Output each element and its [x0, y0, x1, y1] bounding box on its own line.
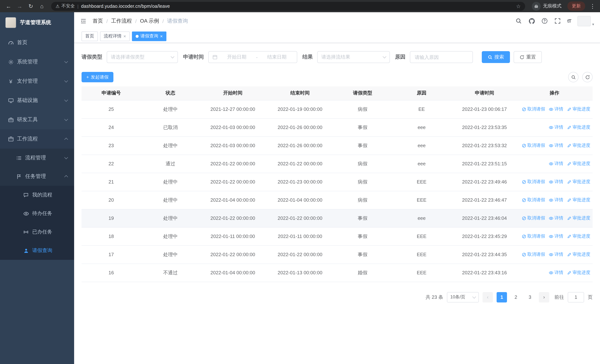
cell-apply-time: 2022-01-22 23:45:29	[452, 227, 516, 245]
sidebar-item-devtools[interactable]: 研发工具	[0, 110, 74, 129]
leave-type-select[interactable]: 请选择请假类型	[107, 51, 178, 63]
sidebar-item-done-tasks[interactable]: 已办任务	[0, 223, 74, 241]
tab-home[interactable]: 首页	[82, 31, 98, 41]
browser-forward-button[interactable]: →	[15, 1, 24, 11]
row-action-cancel[interactable]: 取消请假	[522, 179, 545, 185]
page-button-3[interactable]: 3	[525, 292, 535, 302]
row-action-detail[interactable]: 详情	[549, 106, 563, 112]
table-row[interactable]: 18 处理中 2022-01-11 00:00:00 2022-01-11 00…	[82, 227, 593, 245]
sidebar-item-task-management[interactable]: 任务管理	[0, 167, 74, 186]
row-action-progress[interactable]: 审批进度	[567, 233, 590, 239]
row-action-cancel[interactable]: 取消请假	[522, 233, 545, 239]
table-row[interactable]: 22 通过 2022-01-22 00:00:00 2022-01-22 00:…	[82, 155, 593, 173]
user-menu[interactable]: ▾	[577, 16, 594, 26]
action-label: 审批进度	[572, 251, 590, 258]
sidebar-item-process-management[interactable]: 流程管理	[0, 149, 74, 167]
cell-reason: eee	[391, 136, 453, 155]
row-action-detail[interactable]: 详情	[549, 179, 563, 185]
page-size-select[interactable]: 10条/页	[447, 292, 479, 302]
table-row[interactable]: 24 已取消 2022-01-03 00:00:00 2022-01-26 00…	[82, 118, 593, 136]
row-action-cancel[interactable]: 取消请假	[522, 251, 545, 258]
row-action-progress[interactable]: 审批进度	[567, 270, 590, 276]
sidebar-item-todo-tasks[interactable]: 待办任务	[0, 204, 74, 223]
search-button[interactable]: 搜索	[482, 51, 510, 63]
fullscreen-icon[interactable]	[554, 18, 561, 24]
create-leave-button[interactable]: + 发起请假	[82, 72, 113, 82]
cell-actions: 取消请假详情审批进度	[516, 227, 593, 245]
date-range-separator: -	[256, 54, 258, 60]
row-action-cancel[interactable]: 取消请假	[522, 215, 545, 221]
row-action-cancel[interactable]: 取消请假	[522, 197, 545, 203]
toggle-search-button[interactable]	[568, 72, 579, 82]
table-row[interactable]: 21 处理中 2022-01-22 00:00:00 2022-01-23 00…	[82, 173, 593, 191]
sidebar-item-system[interactable]: 系统管理	[0, 52, 74, 72]
reason-input[interactable]	[414, 54, 469, 60]
bookmark-star-icon[interactable]: ☆	[516, 3, 521, 9]
reset-button[interactable]: 重置	[514, 51, 542, 63]
sidebar-item-home[interactable]: 首页	[0, 33, 74, 52]
browser-reload-button[interactable]: ↻	[26, 1, 36, 11]
apply-time-label: 申请时间	[183, 54, 204, 60]
row-action-cancel[interactable]: 取消请假	[522, 106, 545, 112]
browser-update-button[interactable]: 更新	[567, 1, 585, 11]
browser-menu-icon[interactable]: ⋮	[589, 3, 596, 9]
browser-back-button[interactable]: ←	[4, 1, 13, 11]
row-action-detail[interactable]: 详情	[549, 251, 563, 258]
refresh-table-button[interactable]	[582, 72, 593, 82]
breadcrumb-home[interactable]: 首页	[93, 18, 103, 24]
table-row[interactable]: 17 处理中 2022-01-22 00:00:00 2022-01-22 00…	[82, 245, 593, 263]
tab-leave-query[interactable]: 请假查询 ×	[132, 31, 166, 41]
result-select[interactable]: 请选择流结果	[317, 51, 390, 63]
row-action-progress[interactable]: 审批进度	[567, 215, 590, 221]
row-action-detail[interactable]: 详情	[549, 142, 563, 149]
row-action-progress[interactable]: 审批进度	[567, 142, 590, 149]
table-row[interactable]: 20 处理中 2022-01-04 00:00:00 2022-01-04 00…	[82, 191, 593, 209]
help-icon[interactable]	[541, 18, 548, 24]
table-row[interactable]: 19 处理中 2022-01-22 00:00:00 2022-01-22 00…	[82, 209, 593, 227]
sidebar-item-my-process[interactable]: 我的流程	[0, 186, 74, 204]
page-button-1[interactable]: 1	[497, 292, 507, 302]
sidebar-item-leave-query[interactable]: 请假查询	[0, 241, 74, 260]
row-action-detail[interactable]: 详情	[549, 197, 563, 203]
row-action-progress[interactable]: 审批进度	[567, 197, 590, 203]
sidebar-item-label: 工作流程	[17, 136, 38, 142]
row-action-progress[interactable]: 审批进度	[567, 251, 590, 258]
sidebar-item-payment[interactable]: ¥ 支付管理	[0, 72, 74, 91]
row-action-detail[interactable]: 详情	[549, 160, 563, 167]
goto-page-input[interactable]	[568, 292, 584, 302]
cell-end-time: 2022-01-22 00:00:00	[265, 155, 335, 173]
close-icon[interactable]: ×	[160, 34, 163, 38]
goto-label: 前往	[554, 294, 564, 300]
row-action-cancel[interactable]: 取消请假	[522, 142, 545, 149]
row-action-progress[interactable]: 审批进度	[567, 160, 590, 167]
breadcrumb-oa-example[interactable]: OA 示例	[140, 18, 159, 24]
row-action-detail[interactable]: 详情	[549, 215, 563, 221]
row-action-progress[interactable]: 审批进度	[567, 124, 590, 131]
row-action-progress[interactable]: 审批进度	[567, 179, 590, 185]
font-size-icon[interactable]: tT	[567, 18, 571, 24]
tab-process-detail[interactable]: 流程详情 ×	[100, 31, 130, 41]
table-row[interactable]: 23 处理中 2022-01-03 00:00:00 2022-01-26 00…	[82, 136, 593, 155]
close-icon[interactable]: ×	[123, 34, 126, 38]
security-warning[interactable]: ⚠ 不安全	[56, 3, 75, 9]
breadcrumb-workflow[interactable]: 工作流程	[111, 18, 132, 24]
address-bar[interactable]: ⚠ 不安全 | dashboard.yudao.iocoder.cn/bpm/o…	[51, 2, 525, 10]
app-logo[interactable]: 芋道管理系统	[0, 12, 74, 33]
row-action-detail[interactable]: 详情	[549, 270, 563, 276]
table-row[interactable]: 16 不通过 2022-01-04 00:00:00 2022-01-13 00…	[82, 263, 593, 282]
row-action-detail[interactable]: 详情	[549, 124, 563, 131]
sidebar-item-workflow[interactable]: 工作流程	[0, 129, 74, 149]
cancel-icon	[522, 107, 526, 111]
page-button-2[interactable]: 2	[511, 292, 521, 302]
github-icon[interactable]	[528, 18, 535, 24]
row-action-progress[interactable]: 审批进度	[567, 106, 590, 112]
prev-page-button[interactable]: ‹	[483, 292, 493, 302]
table-row[interactable]: 25 处理中 2021-12-27 00:00:00 2022-01-19 00…	[82, 100, 593, 118]
next-page-button[interactable]: ›	[539, 292, 549, 302]
search-icon[interactable]	[515, 18, 522, 24]
apply-time-range-picker[interactable]: 开始日期 - 结束日期	[208, 51, 297, 63]
row-action-detail[interactable]: 详情	[549, 233, 563, 239]
browser-home-button[interactable]: ⌂	[37, 1, 47, 11]
sidebar-item-infra[interactable]: 基础设施	[0, 91, 74, 110]
sidebar-collapse-icon[interactable]	[79, 17, 87, 25]
